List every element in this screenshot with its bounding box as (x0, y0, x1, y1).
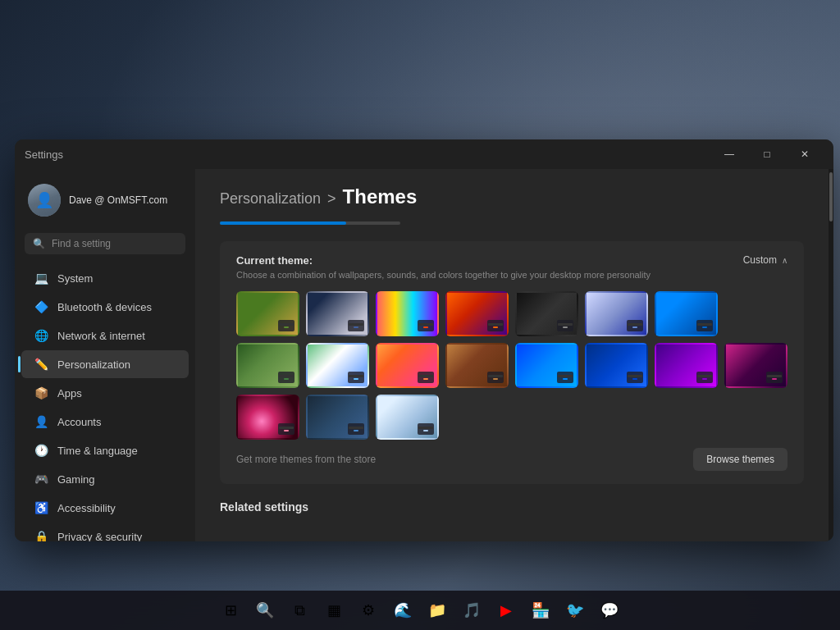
nav-item-apps[interactable]: 📦 Apps (21, 379, 189, 407)
theme-thumb-10[interactable] (376, 343, 439, 388)
breadcrumb-separator: > (327, 190, 336, 208)
nav-item-accessibility[interactable]: ♿ Accessibility (21, 494, 189, 522)
theme-thumb-11[interactable] (445, 343, 509, 388)
accessibility-icon: ♿ (34, 501, 48, 514)
browse-themes-button[interactable]: Browse themes (693, 448, 788, 471)
theme-thumb-16[interactable] (236, 395, 299, 440)
settings-window: Settings — □ ✕ 👤 Dave @ OnMSFT.com 🔍 (15, 139, 833, 541)
theme-section-subtitle: Choose a combination of wallpapers, soun… (236, 270, 651, 280)
breadcrumb: Personalization > Themes (220, 185, 804, 208)
theme-header: Current theme: Choose a combination of w… (236, 254, 788, 280)
store-taskbar-icon[interactable]: 🏪 (526, 596, 555, 625)
search-taskbar-icon[interactable]: 🔍 (250, 596, 280, 625)
sidebar: 👤 Dave @ OnMSFT.com 🔍 💻 System 🔷 Bluetoo… (15, 169, 195, 541)
theme-thumb-14[interactable] (655, 343, 718, 388)
scroll-track[interactable] (829, 169, 833, 541)
theme-thumb-15[interactable] (724, 343, 788, 388)
related-settings-header: Related settings (220, 500, 804, 514)
theme-thumb-empty6 (724, 395, 788, 440)
current-theme-label: Custom (743, 254, 777, 266)
theme-thumb-2[interactable] (306, 291, 369, 336)
theme-thumb-9[interactable] (306, 343, 369, 388)
theme-thumb-1[interactable] (236, 291, 299, 336)
nav-item-bluetooth[interactable]: 🔷 Bluetooth & devices (21, 293, 189, 321)
theme-thumb-18[interactable] (376, 395, 439, 440)
widgets-taskbar-icon[interactable]: ▦ (319, 596, 349, 625)
current-theme-badge[interactable]: Custom ∧ (743, 254, 788, 266)
privacy-icon: 🔒 (34, 530, 48, 541)
edge-taskbar-icon[interactable]: 🌊 (388, 596, 418, 625)
theme-thumb-8[interactable] (236, 343, 299, 388)
nav-item-privacy[interactable]: 🔒 Privacy & security (21, 523, 189, 541)
play-taskbar-icon[interactable]: ▶ (491, 596, 521, 625)
teams-taskbar-icon[interactable]: 💬 (595, 596, 624, 625)
settings-taskbar-icon[interactable]: ⚙ (354, 596, 383, 625)
progress-bar (220, 221, 400, 225)
user-name: Dave @ OnMSFT.com (69, 194, 167, 206)
search-input[interactable] (52, 238, 177, 249)
taskview-taskbar-icon[interactable]: ⧉ (285, 596, 314, 625)
search-box[interactable]: 🔍 (25, 233, 185, 254)
apps-icon: 📦 (34, 386, 48, 399)
theme-section: Current theme: Choose a combination of w… (220, 241, 804, 484)
theme-thumb-13[interactable] (585, 343, 648, 388)
bluetooth-icon: 🔷 (34, 300, 48, 313)
theme-thumb-5[interactable] (515, 291, 578, 336)
breadcrumb-current: Themes (343, 185, 418, 208)
close-button[interactable]: ✕ (786, 141, 824, 167)
personalization-icon: ✏️ (34, 358, 48, 371)
theme-thumb-12[interactable] (515, 343, 578, 388)
taskbar: ⊞ 🔍 ⧉ ▦ ⚙ 🌊 📁 🎵 ▶ 🏪 🐦 💬 (0, 591, 840, 630)
system-icon: 💻 (34, 272, 48, 285)
accounts-icon: 👤 (34, 415, 48, 428)
nav-item-network[interactable]: 🌐 Network & internet (21, 322, 189, 349)
network-icon: 🌐 (34, 329, 48, 342)
title-bar-controls: — □ ✕ (710, 141, 824, 167)
theme-thumb-3[interactable] (376, 291, 439, 336)
theme-thumb-17[interactable] (306, 395, 369, 440)
theme-thumb-4[interactable] (445, 291, 509, 336)
scroll-thumb[interactable] (829, 172, 833, 221)
theme-thumb-empty5 (655, 395, 718, 440)
title-bar: Settings — □ ✕ (15, 139, 833, 169)
theme-thumb-7[interactable] (655, 291, 718, 336)
theme-thumb-empty (724, 291, 788, 336)
progress-bar-fill (220, 221, 346, 225)
windows-taskbar-icon[interactable]: ⊞ (216, 596, 245, 625)
theme-info: Current theme: Choose a combination of w… (236, 254, 651, 280)
gaming-icon: 🎮 (34, 472, 48, 486)
theme-thumb-empty2 (445, 395, 509, 440)
breadcrumb-parent: Personalization (220, 190, 321, 208)
window-body: 👤 Dave @ OnMSFT.com 🔍 💻 System 🔷 Bluetoo… (15, 169, 833, 541)
title-bar-left: Settings (25, 148, 63, 161)
theme-grid (236, 291, 788, 440)
nav-item-accounts[interactable]: 👤 Accounts (21, 408, 189, 436)
folder-taskbar-icon[interactable]: 📁 (422, 596, 452, 625)
maximize-button[interactable]: □ (748, 141, 786, 167)
user-section: 👤 Dave @ OnMSFT.com (15, 176, 195, 230)
avatar: 👤 (28, 184, 61, 217)
theme-section-title: Current theme: (236, 254, 651, 267)
nav-item-gaming[interactable]: 🎮 Gaming (21, 465, 189, 493)
twitter-taskbar-icon[interactable]: 🐦 (560, 596, 590, 625)
settings-window-title: Settings (25, 148, 63, 161)
store-text: Get more themes from the store (236, 454, 376, 465)
time-icon: 🕐 (34, 444, 48, 457)
theme-thumb-6[interactable] (585, 291, 648, 336)
chevron-up-icon: ∧ (782, 256, 788, 265)
spotify-taskbar-icon[interactable]: 🎵 (457, 596, 486, 625)
minimize-button[interactable]: — (710, 141, 748, 167)
nav-item-system[interactable]: 💻 System (21, 264, 189, 292)
search-icon: 🔍 (33, 238, 45, 249)
theme-thumb-empty4 (585, 395, 648, 440)
nav-item-personalization[interactable]: ✏️ Personalization (21, 350, 189, 378)
store-row: Get more themes from the store Browse th… (236, 448, 788, 471)
theme-thumb-empty3 (515, 395, 578, 440)
main-panel: Personalization > Themes Current theme: … (195, 169, 829, 541)
nav-item-time[interactable]: 🕐 Time & language (21, 436, 189, 464)
